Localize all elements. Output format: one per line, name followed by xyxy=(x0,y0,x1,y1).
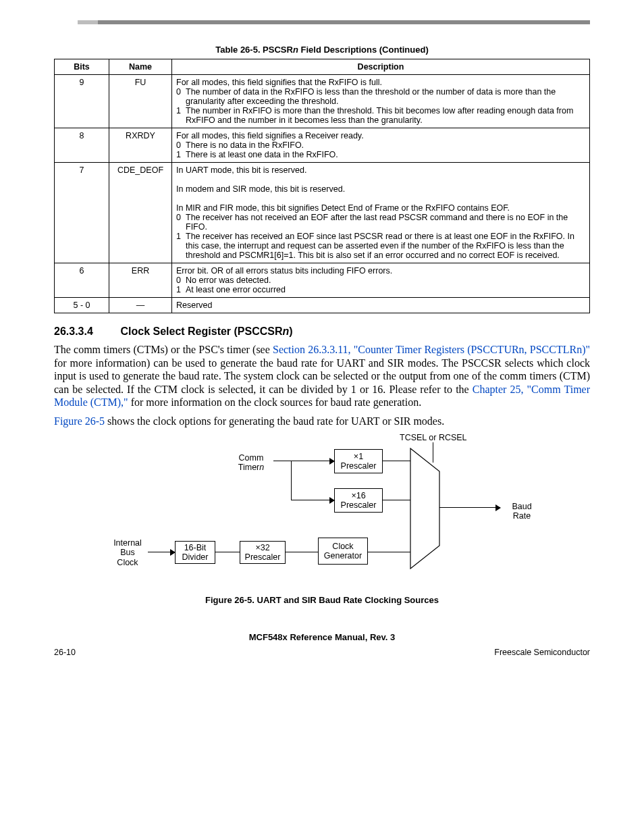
footer-company: Freescale Semiconductor xyxy=(494,648,590,657)
cell-name: CDE_DEOF xyxy=(109,163,172,263)
cell-desc: Error bit. OR of all errors status bits … xyxy=(172,263,590,298)
cell-name: — xyxy=(109,298,172,313)
lbl-tcsel: TCSEL or RCSEL xyxy=(400,433,467,442)
clocking-diagram: TCSEL or RCSEL CommTimern ×1Prescaler ×1… xyxy=(106,433,538,588)
figure-caption: Figure 26-5. UART and SIR Baud Rate Cloc… xyxy=(54,595,590,605)
svg-marker-0 xyxy=(410,448,439,569)
cell-bits: 9 xyxy=(55,75,109,128)
section-heading: 26.3.3.4 Clock Select Register (PSCCSRn) xyxy=(54,325,590,338)
lbl-internal-bus-clock: InternalBusClock xyxy=(109,538,146,567)
box-clock-generator: ClockGenerator xyxy=(318,538,368,565)
box-16bit-divider: 16-BitDivider xyxy=(175,541,215,564)
table-row: 9FUFor all modes, this field signifies t… xyxy=(55,75,590,128)
cell-name: FU xyxy=(109,75,172,128)
body-para-2: Figure 26-5 shows the clock options for … xyxy=(54,415,590,428)
section-title: Clock Select Register (PSCCSRn) xyxy=(120,325,292,337)
box-x16-prescaler: ×16Prescaler xyxy=(334,488,383,513)
lbl-baud-rate: Baud Rate xyxy=(506,502,538,521)
th-desc: Description xyxy=(172,59,590,75)
mux-shape xyxy=(410,448,441,569)
table-row: 5 - 0—Reserved xyxy=(55,298,590,313)
table-row: 7CDE_DEOFIn UART mode, this bit is reser… xyxy=(55,163,590,263)
cell-desc: For all modes, this field signifies a Re… xyxy=(172,128,590,163)
cell-name: RXRDY xyxy=(109,128,172,163)
body-para-1: The comm timers (CTMs) or the PSC's time… xyxy=(54,343,590,409)
box-x32-prescaler: ×32Prescaler xyxy=(240,541,286,564)
table-caption: Table 26-5. PSCSRn Field Descriptions (C… xyxy=(54,45,590,55)
cell-bits: 6 xyxy=(55,263,109,298)
table-row: 6ERRError bit. OR of all errors status b… xyxy=(55,263,590,298)
cell-name: ERR xyxy=(109,263,172,298)
arrow-output xyxy=(439,507,500,508)
footer-row: 26-10 Freescale Semiconductor xyxy=(54,648,590,657)
header-rule xyxy=(78,20,590,24)
th-bits: Bits xyxy=(55,59,109,75)
footer-title: MCF548x Reference Manual, Rev. 3 xyxy=(54,632,590,642)
section-number: 26.3.3.4 xyxy=(54,325,117,338)
footer-page: 26-10 xyxy=(54,648,76,657)
cell-bits: 5 - 0 xyxy=(55,298,109,313)
cell-bits: 7 xyxy=(55,163,109,263)
xref-counter-timer[interactable]: Section 26.3.3.11, "Counter Timer Regist… xyxy=(273,344,590,355)
table-caption-text: Table 26-5. PSCSRn Field Descriptions (C… xyxy=(215,45,428,55)
cell-desc: In UART mode, this bit is reserved.In mo… xyxy=(172,163,590,263)
cell-desc: Reserved xyxy=(172,298,590,313)
field-description-table: Bits Name Description 9FUFor all modes, … xyxy=(54,59,590,313)
th-name: Name xyxy=(109,59,172,75)
cell-desc: For all modes, this field signifies that… xyxy=(172,75,590,128)
xref-figure-26-5[interactable]: Figure 26-5 xyxy=(54,415,105,427)
cell-bits: 8 xyxy=(55,128,109,163)
lbl-comm-timer: CommTimern xyxy=(231,453,271,473)
table-row: 8RXRDYFor all modes, this field signifie… xyxy=(55,128,590,163)
box-x1-prescaler: ×1Prescaler xyxy=(334,449,383,473)
